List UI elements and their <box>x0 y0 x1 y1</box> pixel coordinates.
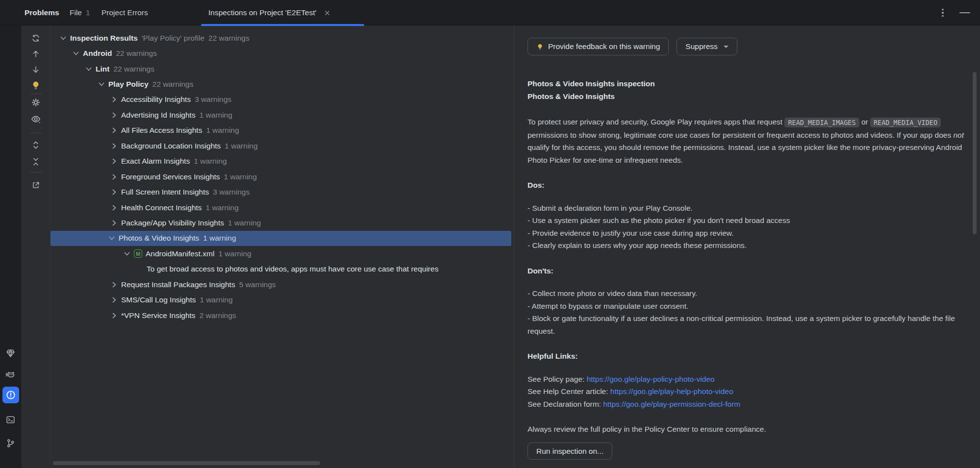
minimize-icon[interactable] <box>959 12 970 14</box>
tree-row-label: *VPN Service Insights <box>121 311 196 320</box>
run-inspection-button[interactable]: Run inspection on... <box>528 443 612 460</box>
description-paragraph: - Collect more photo or video data than … <box>528 287 967 337</box>
tree-row-photos-video-insights[interactable]: Photos & Video Insights1 warning <box>50 231 511 246</box>
refresh-icon <box>31 33 41 43</box>
provide-feedback-button[interactable]: Provide feedback on this warning <box>528 38 669 55</box>
inspection-results-tree: Inspection Results'Play Policy' profile2… <box>50 25 514 468</box>
tree-row-androidmanifest-xml[interactable]: MAndroidManifest.xml1 warning <box>50 246 514 261</box>
next-problem-button[interactable] <box>29 63 43 76</box>
description-paragraph: See Policy page: https://goo.gle/play-po… <box>528 373 967 411</box>
suppress-button[interactable]: Suppress <box>677 38 737 55</box>
tree-row-label: Play Policy <box>108 80 149 89</box>
warning-count: 5 warnings <box>239 280 276 289</box>
eye-icon <box>30 114 41 124</box>
sidebar-item-terminal[interactable] <box>4 413 18 426</box>
chevron-down-icon[interactable] <box>60 35 70 42</box>
text-segment: See Declaration form: <box>528 400 603 408</box>
chevron-down-icon[interactable] <box>124 250 134 257</box>
sidebar-item-version-control[interactable] <box>4 436 18 450</box>
tab-project-errors[interactable]: Project Errors <box>101 0 148 25</box>
tab-file[interactable]: File1 <box>70 0 90 25</box>
tab-label: Project Errors <box>101 8 148 17</box>
sidebar-item-problems[interactable] <box>2 387 19 403</box>
vertical-scrollbar-thumb[interactable] <box>973 72 977 234</box>
more-options-kebab-icon[interactable] <box>939 9 947 17</box>
hyperlink[interactable]: https://goo.gle/play-permission-decl-for… <box>603 400 740 408</box>
chevron-right-icon[interactable] <box>111 143 121 149</box>
warning-count: 22 warnings <box>113 65 154 74</box>
chevron-down-icon[interactable] <box>85 66 96 73</box>
tree-row-full-screen-intent-insights[interactable]: Full Screen Intent Insights3 warnings <box>50 184 514 199</box>
window-actions <box>939 0 980 25</box>
tree-warning-message[interactable]: To get broad access to photos and videos… <box>50 262 514 277</box>
hyperlink[interactable]: https://goo.gle/play-help-photo-video <box>610 387 733 395</box>
tree-row-advertising-id-insights[interactable]: Advertising Id Insights1 warning <box>50 107 514 123</box>
tree-row-android[interactable]: Android22 warnings <box>50 46 514 61</box>
tree-row-accessibility-insights[interactable]: Accessibility Insights3 warnings <box>50 92 514 107</box>
inspection-description: Photos & Video Insights inspection Photo… <box>528 77 967 448</box>
tree-row-sms-call-log-insights[interactable]: SMS/Call Log Insights1 warning <box>50 292 514 307</box>
chevron-right-icon[interactable] <box>111 296 121 303</box>
sidebar-item-plugin[interactable] <box>4 346 18 360</box>
tree-row-label: Inspection Results <box>70 34 138 43</box>
tree-row-package-app-visibility-insights[interactable]: Package/App Visibility Insights1 warning <box>50 215 514 230</box>
tree-row-label: Lint <box>96 65 109 74</box>
tab-label: Inspections on Project 'E2ETest' <box>208 8 316 17</box>
previous-problem-button[interactable] <box>29 47 43 61</box>
text-segment: To protect user privacy and security, Go… <box>528 118 784 126</box>
chevron-right-icon[interactable] <box>111 312 121 319</box>
export-button[interactable] <box>29 178 43 192</box>
hyperlink[interactable]: https://goo.gle/play-policy-photo-video <box>587 375 715 383</box>
tree-row-lint[interactable]: Lint22 warnings <box>50 61 514 76</box>
apply-quickfix-button[interactable] <box>29 78 43 92</box>
tab-close-icon[interactable] <box>323 9 331 17</box>
collapse-all-button[interactable] <box>29 155 43 169</box>
tree-row-exact-alarm-insights[interactable]: Exact Alarm Insights1 warning <box>50 154 514 169</box>
inspection-settings-button[interactable] <box>29 96 43 109</box>
chevron-down-icon[interactable] <box>98 81 108 88</box>
warning-count: 22 warnings <box>116 49 157 58</box>
chevron-right-icon[interactable] <box>111 112 121 119</box>
warning-count: 1 warning <box>194 157 226 166</box>
tree-row-foreground-services-insights[interactable]: Foreground Services Insights1 warning <box>50 169 514 184</box>
chevron-down-icon[interactable] <box>73 50 83 57</box>
chevron-right-icon[interactable] <box>111 127 121 134</box>
tree-row-label: All Files Access Insights <box>121 126 202 135</box>
chevron-down-icon[interactable] <box>108 235 119 242</box>
chevron-right-icon[interactable] <box>111 158 121 165</box>
chevron-right-icon[interactable] <box>111 204 121 211</box>
tree-row-label: To get broad access to photos and videos… <box>147 265 438 273</box>
toolbar-separator <box>30 94 42 94</box>
expand-all-icon <box>31 140 41 150</box>
chevron-right-icon[interactable] <box>111 96 121 103</box>
tree-row-background-location-insights[interactable]: Background Location Insights1 warning <box>50 138 514 153</box>
text-segment: See Help Center article: <box>528 387 610 395</box>
text-segment: See Policy page: <box>528 375 587 383</box>
tree-row-subtitle: 'Play Policy' profile <box>142 34 204 43</box>
tree-row-all-files-access-insights[interactable]: All Files Access Insights1 warning <box>50 123 514 138</box>
tree-row-label: Advertising Id Insights <box>121 111 196 120</box>
tree-row--vpn-service-insights[interactable]: *VPN Service Insights2 warnings <box>50 308 514 323</box>
tree-row-play-policy[interactable]: Play Policy22 warnings <box>50 76 514 92</box>
description-paragraph: Always review the full policy in the Pol… <box>528 423 967 436</box>
chevron-right-icon[interactable] <box>111 220 121 226</box>
tree-row-request-install-packages-insights[interactable]: Request Install Packages Insights5 warni… <box>50 277 514 292</box>
tree-row-label: Accessibility Insights <box>121 95 191 104</box>
chevron-right-icon[interactable] <box>111 189 121 196</box>
rerun-inspection-button[interactable] <box>29 31 43 45</box>
text-segment: Always review the full policy in the Pol… <box>528 425 766 433</box>
tree-row-label: Background Location Insights <box>121 142 221 150</box>
chevron-right-icon[interactable] <box>111 173 121 180</box>
tab-inspections-on-project-e2etest-[interactable]: Inspections on Project 'E2ETest' <box>201 0 364 25</box>
expand-all-button[interactable] <box>29 138 43 152</box>
section-heading: Dos: <box>528 179 967 192</box>
sidebar-item-logcat[interactable] <box>4 369 18 382</box>
tool-window-title[interactable]: Problems <box>25 0 59 25</box>
tree-row-health-connect-insights[interactable]: Health Connect Insights1 warning <box>50 200 514 215</box>
chevron-right-icon[interactable] <box>111 281 121 288</box>
tree-row-inspection-results[interactable]: Inspection Results'Play Policy' profile2… <box>50 30 514 46</box>
view-options-button[interactable] <box>29 112 43 126</box>
description-blocks: To protect user privacy and security, Go… <box>528 116 967 436</box>
horizontal-scrollbar-thumb[interactable] <box>53 461 320 465</box>
tree-row-label: Photos & Video Insights <box>119 234 199 243</box>
